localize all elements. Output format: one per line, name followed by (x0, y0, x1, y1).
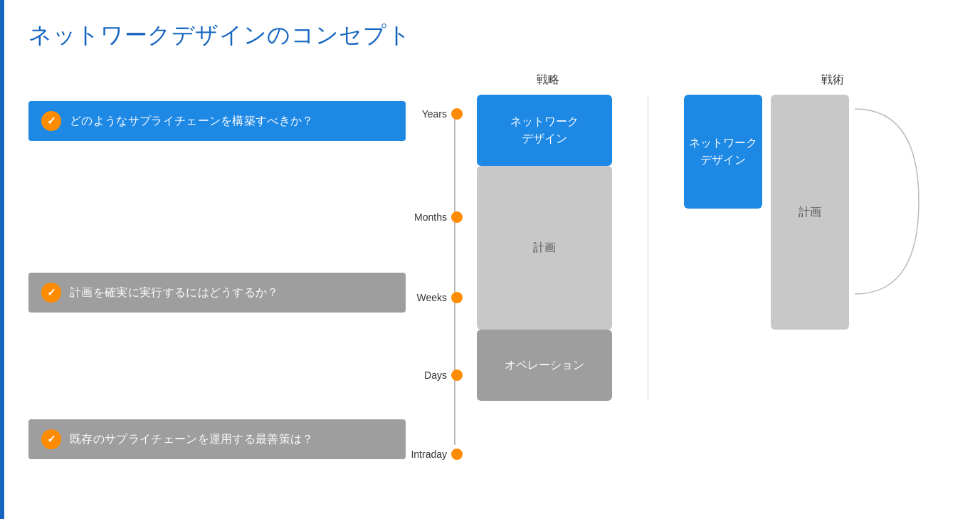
tactics-boxes: ネットワーク デザイン 計画 (684, 95, 849, 330)
tactics-network-design-box: ネットワーク デザイン (684, 95, 762, 209)
timeline-dot-months (451, 211, 463, 223)
section-divider (648, 95, 648, 401)
timeline-line (454, 115, 455, 445)
timeline-label-months: Months (414, 211, 447, 223)
header: ネットワークデザインのコンセプト (0, 0, 980, 58)
section-headers: 戦略 戦術 (477, 73, 954, 88)
timeline-label-years: Years (422, 108, 447, 120)
tactics-plan-spacer (684, 209, 762, 330)
timeline-item-months: Months (406, 211, 463, 223)
strategy-operation-box: オペレーション (477, 330, 612, 401)
tactics-right-col: 計画 (771, 95, 849, 330)
strategy-network-design-box: ネットワーク デザイン (477, 95, 612, 166)
diagram-area: 戦略 戦術 ネットワーク デザイン 計画 (477, 73, 954, 466)
question-text-1: どのようなサプライチェーンを構築すべきか？ (70, 114, 314, 129)
timeline-dot-weeks (451, 292, 463, 303)
strategy-boxes: ネットワーク デザイン 計画 オペレーション (477, 95, 612, 401)
timeline-item-years: Years (406, 108, 463, 120)
curved-arrow (848, 102, 961, 301)
question-text-3: 既存のサプライチェーンを運用する最善策は？ (70, 432, 314, 447)
timeline-label-days: Days (424, 369, 447, 381)
question-box-3: ✓ 既存のサプライチェーンを運用する最善策は？ (28, 419, 406, 459)
timeline-label-intraday: Intraday (411, 449, 447, 460)
check-icon-1: ✓ (41, 111, 61, 131)
tactics-plan-box: 計画 (771, 95, 849, 330)
check-icon-2: ✓ (41, 283, 61, 303)
check-icon-3: ✓ (41, 429, 61, 449)
timeline-item-intraday: Intraday (406, 449, 463, 460)
questions-column: ✓ どのようなサプライチェーンを構築すべきか？ ✓ 計画を確実に実行するにはどう… (28, 73, 406, 466)
strategy-header: 戦略 (477, 73, 619, 88)
question-box-2: ✓ 計画を確実に実行するにはどうするか？ (28, 273, 406, 313)
tactics-left-col: ネットワーク デザイン (684, 95, 762, 330)
question-text-2: 計画を確実に実行するにはどうするか？ (70, 285, 279, 300)
timeline-dot-intraday (451, 449, 463, 460)
page: ネットワークデザインのコンセプト ✓ どのようなサプライチェーンを構築すべきか？… (0, 0, 980, 519)
timeline-column: Years Months Weeks Days Intraday (406, 73, 477, 466)
tactics-header: 戦術 (712, 73, 954, 88)
timeline-item-weeks: Weeks (406, 292, 463, 303)
timeline-label-weeks: Weeks (416, 292, 447, 303)
boxes-row: ネットワーク デザイン 計画 オペレーション (477, 95, 954, 401)
strategy-plan-box: 計画 (477, 166, 612, 330)
timeline-dot-days (451, 369, 463, 381)
main-content: ✓ どのようなサプライチェーンを構築すべきか？ ✓ 計画を確実に実行するにはどう… (0, 65, 980, 473)
timeline-dot-years (451, 108, 463, 120)
page-title: ネットワークデザインのコンセプト (28, 20, 952, 51)
timeline-item-days: Days (406, 369, 463, 381)
question-box-1: ✓ どのようなサプライチェーンを構築すべきか？ (28, 101, 406, 141)
